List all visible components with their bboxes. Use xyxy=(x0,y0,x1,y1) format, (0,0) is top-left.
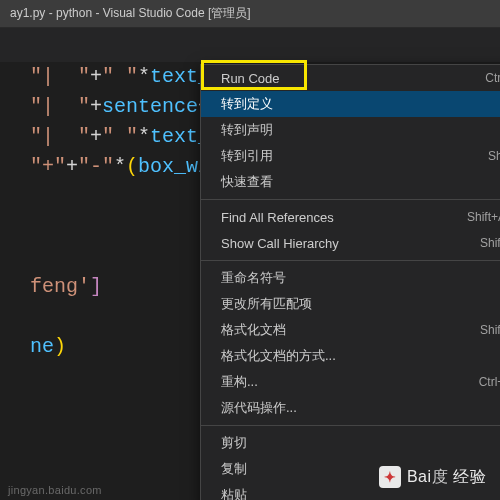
code-token: " " xyxy=(102,125,138,148)
code-token: sentence xyxy=(102,95,198,118)
code-token: + xyxy=(90,95,102,118)
context-menu[interactable]: Run CodeCtrl+A转到定义转到声明转到引用Shift+快速查看Find… xyxy=(200,64,500,500)
menu-item-label: 转到定义 xyxy=(221,95,273,113)
menu-item-shortcut: Ctrl+A xyxy=(485,71,500,85)
code-token: "+" xyxy=(30,155,66,178)
code-token: ] xyxy=(90,275,102,298)
menu-item-label: 重构... xyxy=(221,373,258,391)
menu-item[interactable]: 更改所有匹配项Ctr xyxy=(201,291,500,317)
menu-item-label: 复制 xyxy=(221,460,247,478)
menu-item-shortcut: Ctrl+Sh xyxy=(479,375,500,389)
code-token: "-" xyxy=(78,155,114,178)
menu-item[interactable]: 转到定义 xyxy=(201,91,500,117)
menu-item-shortcut: Shift+A xyxy=(480,323,500,337)
code-token: + xyxy=(66,155,78,178)
menu-item[interactable]: 重构...Ctrl+Sh xyxy=(201,369,500,395)
watermark-brand: Bai度 经验 xyxy=(407,468,486,485)
code-token: "| " xyxy=(30,65,90,88)
code-token: * xyxy=(114,155,126,178)
menu-item-label: 快速查看 xyxy=(221,173,273,191)
menu-item[interactable]: 格式化文档的方式... xyxy=(201,343,500,369)
menu-item-label: 重命名符号 xyxy=(221,269,286,287)
menu-item[interactable]: 格式化文档Shift+A xyxy=(201,317,500,343)
menu-item-label: 格式化文档 xyxy=(221,321,286,339)
menu-item-label: Show Call Hierarchy xyxy=(221,236,339,251)
watermark-logo: ✦ Bai度 经验 xyxy=(379,466,486,488)
menu-item-label: 源代码操作... xyxy=(221,399,297,417)
menu-item[interactable]: 快速查看 xyxy=(201,169,500,195)
menu-item-label: 粘贴 xyxy=(221,486,247,500)
editor-tabbar[interactable] xyxy=(0,28,500,62)
menu-item[interactable]: Run CodeCtrl+A xyxy=(201,65,500,91)
menu-separator xyxy=(201,425,500,426)
code-token: ne xyxy=(30,335,54,358)
menu-item[interactable]: 转到声明 xyxy=(201,117,500,143)
code-token: ) xyxy=(54,335,66,358)
watermark-url: jingyan.baidu.com xyxy=(8,484,102,496)
menu-item-label: 剪切 xyxy=(221,434,247,452)
menu-separator xyxy=(201,260,500,261)
code-token: * xyxy=(138,65,150,88)
code-token: + xyxy=(90,125,102,148)
code-token: "| " xyxy=(30,125,90,148)
menu-item-shortcut: Shift+ xyxy=(488,149,500,163)
menu-item[interactable]: Find All ReferencesShift+Alt+ xyxy=(201,204,500,230)
menu-item[interactable]: 转到引用Shift+ xyxy=(201,143,500,169)
code-token: "| " xyxy=(30,95,90,118)
code-token: + xyxy=(90,65,102,88)
menu-item-label: Run Code xyxy=(221,71,280,86)
menu-item-label: 更改所有匹配项 xyxy=(221,295,312,313)
menu-separator xyxy=(201,199,500,200)
menu-item-label: 格式化文档的方式... xyxy=(221,347,336,365)
menu-item[interactable]: Show Call HierarchyShift+A xyxy=(201,230,500,256)
menu-item[interactable]: 源代码操作... xyxy=(201,395,500,421)
menu-item-label: 转到引用 xyxy=(221,147,273,165)
window-titlebar: ay1.py - python - Visual Studio Code [管理… xyxy=(0,0,500,28)
menu-item-label: Find All References xyxy=(221,210,334,225)
menu-item[interactable]: 重命名符号 xyxy=(201,265,500,291)
menu-item-shortcut: Shift+A xyxy=(480,236,500,250)
code-token: feng' xyxy=(30,275,90,298)
code-token: * xyxy=(138,125,150,148)
code-token: " " xyxy=(102,65,138,88)
menu-item[interactable]: 剪切Ct xyxy=(201,430,500,456)
code-token: ( xyxy=(126,155,138,178)
window-title: ay1.py - python - Visual Studio Code [管理… xyxy=(10,5,251,22)
paw-icon: ✦ xyxy=(379,466,401,488)
menu-item-shortcut: Shift+Alt+ xyxy=(467,210,500,224)
menu-item-label: 转到声明 xyxy=(221,121,273,139)
